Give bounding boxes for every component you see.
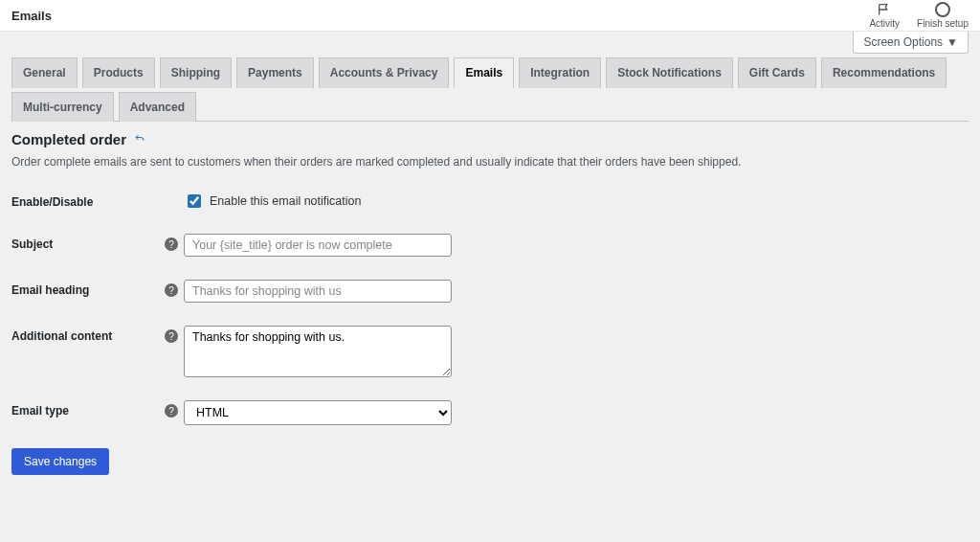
field-enable: Enable this email notification bbox=[165, 192, 361, 211]
tab-stock-notifications[interactable]: Stock Notifications bbox=[606, 57, 733, 88]
label-additional: Additional content bbox=[11, 326, 165, 343]
heading-input[interactable] bbox=[184, 280, 452, 303]
tab-recommendations[interactable]: Recommendations bbox=[821, 57, 947, 88]
label-type: Email type bbox=[11, 400, 165, 418]
help-icon[interactable]: ? bbox=[165, 329, 178, 343]
finish-setup-label: Finish setup bbox=[917, 18, 969, 29]
topbar-right: Activity Finish setup bbox=[869, 2, 969, 29]
enable-checkbox[interactable] bbox=[188, 194, 201, 208]
screen-options-row: Screen Options ▼ bbox=[0, 32, 980, 54]
activity-button[interactable]: Activity bbox=[869, 2, 900, 29]
row-subject: Subject ? bbox=[11, 234, 969, 257]
content: General Products Shipping Payments Accou… bbox=[0, 54, 980, 486]
subject-input[interactable] bbox=[184, 234, 452, 257]
field-subject: ? bbox=[165, 234, 452, 257]
tab-accounts-privacy[interactable]: Accounts & Privacy bbox=[319, 57, 450, 88]
section-description: Order complete emails are sent to custom… bbox=[11, 155, 969, 169]
label-heading: Email heading bbox=[11, 280, 165, 297]
help-icon[interactable]: ? bbox=[165, 237, 178, 251]
topbar: Emails Activity Finish setup bbox=[0, 0, 980, 32]
tab-advanced[interactable]: Advanced bbox=[119, 92, 196, 122]
screen-options-toggle[interactable]: Screen Options ▼ bbox=[853, 32, 969, 54]
enable-checkbox-row[interactable]: Enable this email notification bbox=[184, 192, 361, 211]
help-icon[interactable]: ? bbox=[165, 283, 178, 297]
tab-products[interactable]: Products bbox=[82, 57, 155, 88]
help-icon[interactable]: ? bbox=[165, 404, 178, 418]
return-arrow-icon bbox=[134, 133, 145, 145]
field-additional: ? bbox=[165, 326, 452, 377]
activity-label: Activity bbox=[869, 18, 900, 29]
save-changes-button[interactable]: Save changes bbox=[11, 448, 109, 475]
tab-gift-cards[interactable]: Gift Cards bbox=[738, 57, 816, 88]
field-type: ? HTML bbox=[165, 400, 452, 425]
row-enable: Enable/Disable Enable this email notific… bbox=[11, 192, 969, 211]
page-title: Emails bbox=[11, 9, 52, 23]
back-link[interactable] bbox=[134, 131, 145, 147]
section-title-row: Completed order bbox=[11, 131, 969, 147]
tab-payments[interactable]: Payments bbox=[236, 57, 314, 88]
circle-progress-icon bbox=[935, 2, 950, 17]
tab-emails[interactable]: Emails bbox=[454, 57, 514, 88]
tab-general[interactable]: General bbox=[11, 57, 78, 88]
tab-shipping[interactable]: Shipping bbox=[160, 57, 232, 88]
tab-multi-currency[interactable]: Multi-currency bbox=[11, 92, 114, 122]
chevron-down-icon: ▼ bbox=[947, 35, 958, 49]
finish-setup-button[interactable]: Finish setup bbox=[917, 2, 969, 29]
email-type-select[interactable]: HTML bbox=[184, 400, 452, 425]
enable-checkbox-label: Enable this email notification bbox=[210, 194, 361, 208]
row-additional: Additional content ? bbox=[11, 326, 969, 377]
label-enable: Enable/Disable bbox=[11, 192, 165, 209]
row-type: Email type ? HTML bbox=[11, 400, 969, 425]
additional-content-textarea[interactable] bbox=[184, 326, 452, 377]
settings-tabs: General Products Shipping Payments Accou… bbox=[11, 57, 969, 122]
section-title: Completed order bbox=[11, 131, 126, 147]
tab-integration[interactable]: Integration bbox=[519, 57, 601, 88]
field-heading: ? bbox=[165, 280, 452, 303]
screen-options-label: Screen Options bbox=[863, 35, 943, 49]
row-heading: Email heading ? bbox=[11, 280, 969, 303]
flag-icon bbox=[877, 2, 892, 17]
label-subject: Subject bbox=[11, 234, 165, 251]
